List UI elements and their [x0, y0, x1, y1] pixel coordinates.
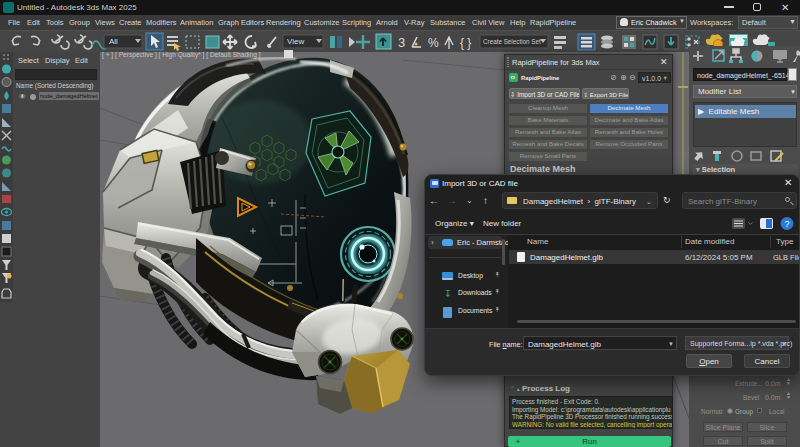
svg-text:%: % [428, 36, 439, 50]
svg-text:?: ? [785, 219, 790, 229]
svg-text:3: 3 [398, 35, 405, 50]
svg-text:View: View [287, 37, 304, 46]
svg-text:Create Selection Set: Create Selection Set [483, 38, 541, 45]
svg-text:All: All [109, 37, 118, 46]
svg-text:{ }: { } [460, 36, 471, 50]
